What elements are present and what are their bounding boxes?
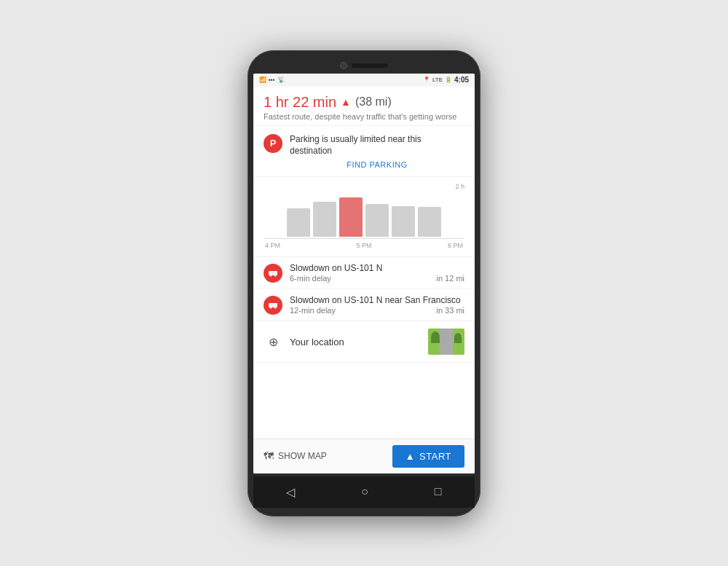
chart-bar-1 bbox=[313, 202, 336, 237]
incident-delay-2: 12-min delay bbox=[290, 306, 336, 315]
svg-point-5 bbox=[274, 307, 277, 309]
incident-distance-1: in 12 mi bbox=[436, 274, 464, 283]
svg-point-1 bbox=[270, 275, 272, 277]
svg-point-2 bbox=[274, 275, 277, 277]
chart-axis: 4 PM 5 PM 6 PM bbox=[264, 242, 464, 249]
incident-meta-2: 12-min delay in 33 mi bbox=[290, 306, 464, 315]
thumbnail-trees-left bbox=[431, 331, 440, 343]
location-status-icon: 📍 bbox=[423, 76, 430, 83]
status-left-icons: 📶 ▪▪▪ 📡 bbox=[259, 76, 285, 83]
incident-icon-2 bbox=[264, 296, 282, 315]
incident-delay-1: 6-min delay bbox=[290, 274, 331, 283]
incident-meta-1: 6-min delay in 12 mi bbox=[290, 274, 464, 283]
chart-label-4pm: 4 PM bbox=[265, 242, 280, 249]
chart-bar-4 bbox=[392, 206, 415, 237]
chart-bar-5 bbox=[418, 207, 441, 237]
chart-section: 2 h 4 PM 5 PM 6 PM bbox=[253, 177, 475, 257]
home-button[interactable]: ○ bbox=[352, 482, 377, 501]
location-section: ⊕ Your location bbox=[253, 321, 475, 363]
svg-rect-0 bbox=[269, 271, 277, 275]
thumbnail-road bbox=[440, 329, 453, 355]
incident-icon-1 bbox=[264, 264, 282, 283]
parking-row: P Parking is usually limited near this d… bbox=[264, 133, 464, 158]
incident-section: Slowdown on US-101 N 6-min delay in 12 m… bbox=[253, 257, 475, 321]
incident-info-2: Slowdown on US-101 N near San Francisco … bbox=[290, 295, 464, 315]
route-distance: (38 mi) bbox=[355, 95, 392, 109]
wifi-icon: ▪▪▪ bbox=[269, 76, 275, 83]
clock: 4:05 bbox=[454, 76, 469, 84]
start-label: START bbox=[419, 451, 451, 462]
show-map-label: SHOW MAP bbox=[278, 451, 327, 461]
svg-rect-3 bbox=[269, 303, 277, 307]
your-location-label: Your location bbox=[290, 337, 421, 347]
thumbnail-trees-right bbox=[454, 333, 462, 343]
traffic-arrow-icon: ▲ bbox=[341, 96, 351, 108]
network-icon: LTE bbox=[432, 76, 443, 83]
incident-row-1: Slowdown on US-101 N 6-min delay in 12 m… bbox=[253, 257, 475, 289]
chart-divider bbox=[264, 238, 464, 239]
phone-top-bar bbox=[253, 59, 475, 74]
recent-apps-button[interactable]: □ bbox=[426, 482, 451, 501]
android-nav-bar: ◁ ○ □ bbox=[253, 476, 475, 508]
incident-title-1: Slowdown on US-101 N bbox=[290, 263, 464, 273]
chart-bar-3 bbox=[365, 204, 389, 237]
status-bar: 📶 ▪▪▪ 📡 📍 LTE 🔋 4:05 bbox=[253, 74, 475, 87]
back-button[interactable]: ◁ bbox=[277, 482, 304, 502]
chart-bars bbox=[264, 193, 464, 237]
bottom-bar: 🗺 SHOW MAP ▲ START bbox=[253, 439, 475, 473]
chart-bar-0 bbox=[287, 208, 310, 237]
svg-point-4 bbox=[270, 307, 272, 309]
route-duration: 1 hr 22 min bbox=[264, 94, 336, 111]
route-time-row: 1 hr 22 min ▲ (38 mi) bbox=[264, 94, 464, 111]
find-parking-button[interactable]: FIND PARKING bbox=[290, 160, 464, 169]
incident-distance-2: in 33 mi bbox=[436, 306, 464, 315]
chart-top-label: 2 h bbox=[264, 183, 464, 190]
battery-icon: 🔋 bbox=[445, 76, 452, 83]
start-navigation-button[interactable]: ▲ START bbox=[392, 445, 464, 468]
phone-device: 📶 ▪▪▪ 📡 📍 LTE 🔋 4:05 1 hr 22 min ▲ (38 m… bbox=[248, 50, 480, 516]
navigation-arrow-icon: ▲ bbox=[405, 451, 415, 462]
phone-camera bbox=[340, 62, 347, 69]
show-map-button[interactable]: 🗺 SHOW MAP bbox=[264, 450, 385, 462]
slowdown-icon-2 bbox=[268, 300, 278, 310]
incident-info-1: Slowdown on US-101 N 6-min delay in 12 m… bbox=[290, 263, 464, 283]
location-crosshair-icon: ⊕ bbox=[264, 332, 282, 351]
parking-section: P Parking is usually limited near this d… bbox=[253, 126, 475, 178]
incident-row-2: Slowdown on US-101 N near San Francisco … bbox=[253, 289, 475, 321]
map-icon: 🗺 bbox=[264, 450, 274, 462]
route-header: 1 hr 22 min ▲ (38 mi) Fastest route, des… bbox=[253, 87, 475, 126]
route-subtitle: Fastest route, despite heavy traffic tha… bbox=[264, 112, 464, 121]
main-content: 1 hr 22 min ▲ (38 mi) Fastest route, des… bbox=[253, 87, 475, 439]
sim-icon: 📶 bbox=[259, 76, 266, 83]
chart-label-5pm: 5 PM bbox=[356, 242, 371, 249]
phone-speaker bbox=[352, 63, 388, 68]
location-thumbnail bbox=[428, 329, 464, 355]
status-right: 📍 LTE 🔋 4:05 bbox=[423, 76, 469, 84]
parking-message: Parking is usually limited near this des… bbox=[290, 133, 464, 158]
parking-icon: P bbox=[264, 134, 282, 153]
incident-title-2: Slowdown on US-101 N near San Francisco bbox=[290, 295, 464, 305]
chart-bar-2 bbox=[339, 197, 363, 237]
chart-label-6pm: 6 PM bbox=[448, 242, 463, 249]
signal-icon: 📡 bbox=[277, 76, 285, 83]
slowdown-icon-1 bbox=[268, 268, 278, 278]
phone-screen: 📶 ▪▪▪ 📡 📍 LTE 🔋 4:05 1 hr 22 min ▲ (38 m… bbox=[253, 74, 475, 473]
